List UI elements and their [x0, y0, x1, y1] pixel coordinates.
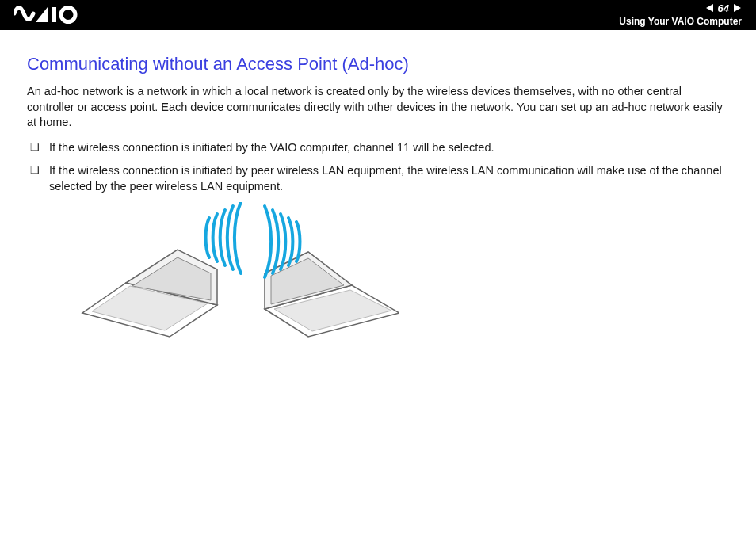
page-heading: Communicating without an Access Point (A… — [27, 54, 729, 74]
bullet-list: If the wireless connection is initiated … — [27, 140, 729, 195]
page-number: 64 — [718, 2, 729, 14]
vaio-logo — [14, 5, 84, 30]
list-item: If the wireless connection is initiated … — [27, 140, 729, 156]
next-page-arrow-icon[interactable] — [732, 3, 742, 13]
adhoc-illustration — [59, 202, 399, 345]
laptop-right-icon — [265, 252, 399, 337]
adhoc-figure — [59, 202, 729, 348]
page-content: Communicating without an Access Point (A… — [0, 30, 756, 348]
svg-marker-3 — [706, 4, 713, 12]
laptop-left-icon — [82, 250, 217, 337]
vaio-logo-svg — [14, 5, 84, 25]
list-item: If the wireless connection is initiated … — [27, 163, 729, 194]
section-title: Using Your VAIO Computer — [619, 16, 742, 27]
svg-rect-1 — [52, 7, 56, 22]
intro-paragraph: An ad-hoc network is a network in which … — [27, 84, 729, 131]
svg-point-2 — [61, 8, 75, 22]
prev-page-arrow-icon[interactable] — [705, 3, 715, 13]
svg-marker-0 — [36, 7, 48, 22]
page-nav: 64 — [619, 2, 742, 14]
wireless-signal-left-icon — [206, 202, 241, 273]
page-header: 64 Using Your VAIO Computer — [0, 0, 756, 30]
svg-marker-4 — [734, 4, 741, 12]
